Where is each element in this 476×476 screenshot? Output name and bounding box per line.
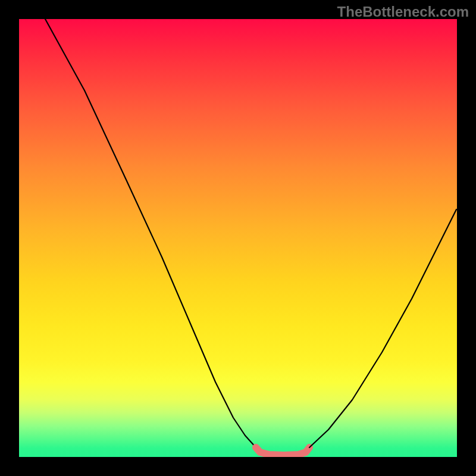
plot-area [19, 19, 457, 457]
chart-container: TheBottleneck.com [0, 0, 476, 476]
watermark-text: TheBottleneck.com [337, 4, 469, 20]
curve-optimal-zone [256, 447, 309, 455]
curve-left-branch [45, 19, 256, 447]
curve-right-branch [309, 209, 456, 447]
curve-svg [19, 19, 457, 457]
